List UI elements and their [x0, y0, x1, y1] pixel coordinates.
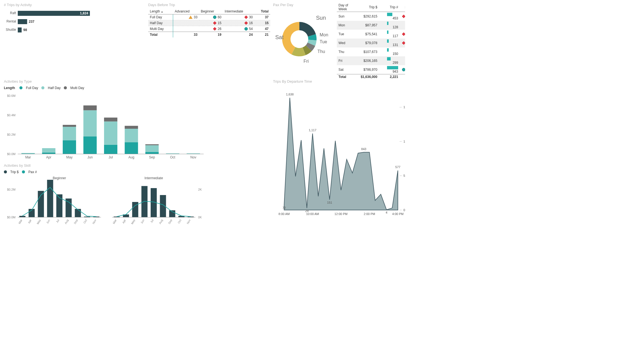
svg-text:1,117: 1,117 [309, 128, 317, 132]
svg-text:2:00 PM: 2:00 PM [364, 212, 375, 216]
svg-rect-23 [42, 153, 55, 154]
svg-text:$0.0M: $0.0M [7, 216, 16, 219]
chart-title: Pax Per Day [273, 3, 334, 7]
svg-text:Rental: Rental [6, 19, 16, 23]
chart-title: Activities by Skill [4, 163, 270, 168]
svg-text:1,000: 1,000 [403, 140, 405, 143]
svg-text:Mar: Mar [112, 219, 117, 224]
svg-rect-45 [145, 144, 159, 145]
svg-rect-48 [166, 153, 179, 154]
trips-by-activity-chart[interactable]: # Trips by Activity Raft1,824Rental237Sh… [4, 3, 143, 79]
svg-rect-82 [19, 216, 26, 217]
svg-text:Jul: Jul [55, 219, 60, 224]
svg-text:Aug: Aug [64, 219, 69, 225]
chart-title: # Trips by Activity [4, 3, 143, 7]
svg-rect-28 [63, 127, 76, 140]
svg-text:$0.6M: $0.6M [7, 94, 16, 97]
svg-rect-44 [145, 145, 159, 152]
svg-text:Oct: Oct [83, 219, 87, 224]
svg-text:Sun: Sun [316, 15, 326, 21]
svg-text:500: 500 [403, 174, 405, 177]
svg-text:Tue: Tue [320, 39, 327, 44]
svg-text:8:00 AM: 8:00 AM [279, 212, 290, 216]
svg-text:1,638: 1,638 [286, 93, 294, 96]
svg-rect-7 [18, 27, 22, 32]
svg-text:Jul: Jul [108, 155, 113, 159]
svg-text:843: 843 [361, 147, 366, 151]
svg-text:29: 29 [305, 209, 309, 213]
svg-rect-33 [84, 105, 97, 110]
svg-text:$0.2M: $0.2M [7, 188, 16, 191]
svg-text:Beginner: Beginner [53, 176, 66, 180]
svg-text:Oct: Oct [177, 219, 182, 224]
svg-text:Intermediate: Intermediate [145, 176, 163, 180]
svg-text:237: 237 [29, 20, 34, 24]
svg-rect-43 [145, 152, 159, 154]
svg-text:Apr: Apr [27, 219, 32, 224]
svg-text:Mar: Mar [18, 219, 23, 224]
svg-text:0: 0 [403, 208, 405, 212]
svg-rect-29 [63, 125, 76, 127]
svg-rect-114 [169, 210, 175, 217]
svg-rect-41 [125, 126, 138, 129]
svg-text:Nov: Nov [186, 219, 191, 225]
svg-text:$0.2M: $0.2M [7, 133, 16, 136]
svg-text:Mar: Mar [25, 155, 31, 159]
svg-text:Sep: Sep [149, 155, 155, 159]
svg-text:12:00 PM: 12:00 PM [334, 212, 347, 216]
svg-rect-94 [75, 209, 81, 217]
svg-text:Jun: Jun [140, 219, 145, 224]
svg-text:151: 151 [327, 201, 332, 204]
svg-rect-31 [84, 136, 97, 154]
svg-text:Sep: Sep [168, 219, 173, 224]
svg-text:4:00 PM: 4:00 PM [392, 212, 404, 216]
svg-rect-36 [104, 122, 117, 145]
svg-text:577: 577 [395, 165, 400, 169]
svg-rect-32 [84, 110, 97, 137]
day-of-week-table[interactable]: Day of WeekTrip $Trip #$ PerSun$292,615 … [337, 3, 405, 79]
svg-rect-52 [187, 153, 200, 154]
activities-by-skill-chart[interactable]: Activities by Skill Trip $Pax # $0.0M$0.… [4, 163, 270, 234]
svg-text:Raft: Raft [10, 11, 16, 15]
svg-text:Mon: Mon [320, 32, 328, 37]
svg-text:0K: 0K [198, 216, 202, 219]
pax-per-day-chart[interactable]: Pax Per Day SunMonTueThuFriSat [273, 3, 334, 79]
svg-rect-20 [21, 153, 35, 154]
svg-text:May: May [130, 219, 136, 225]
svg-text:98: 98 [23, 28, 27, 32]
svg-rect-1 [18, 11, 90, 16]
svg-text:$0.0M: $0.0M [7, 152, 16, 156]
svg-text:Jun: Jun [87, 155, 93, 159]
chart-title: Days Before Trip [148, 3, 270, 7]
svg-text:Thu: Thu [317, 49, 325, 54]
activities-by-type-chart[interactable]: Activities by Type Length Full DayHalf D… [4, 79, 270, 163]
svg-text:Jun: Jun [46, 219, 51, 224]
svg-text:4: 4 [386, 211, 387, 214]
svg-rect-40 [125, 129, 138, 142]
svg-text:Aug: Aug [128, 155, 134, 159]
svg-rect-35 [104, 145, 117, 154]
svg-text:Fri: Fri [304, 59, 309, 64]
svg-text:May: May [66, 155, 73, 159]
svg-rect-39 [125, 142, 138, 154]
svg-text:10:00 AM: 10:00 AM [306, 212, 319, 216]
svg-text:Shuttle: Shuttle [6, 28, 16, 32]
legend: Trip $Pax # [4, 169, 270, 174]
days-before-trip-table[interactable]: Days Before Trip Length ▲AdvancedBeginne… [145, 3, 270, 79]
chart-title: Trips By Departure Time [273, 79, 405, 84]
svg-text:1,500: 1,500 [403, 105, 405, 109]
svg-rect-27 [63, 140, 76, 154]
svg-text:Nov: Nov [190, 155, 196, 159]
svg-text:Oct: Oct [170, 155, 175, 159]
svg-text:Aug: Aug [158, 219, 163, 225]
svg-text:Apr: Apr [122, 219, 127, 224]
svg-text:1,824: 1,824 [80, 11, 88, 15]
svg-text:Nov: Nov [92, 219, 97, 225]
svg-rect-4 [18, 19, 27, 24]
svg-rect-88 [47, 180, 53, 217]
svg-rect-24 [42, 148, 55, 153]
svg-text:$0.4M: $0.4M [7, 113, 16, 117]
svg-rect-37 [104, 118, 117, 122]
trips-by-departure-chart[interactable]: Trips By Departure Time 05001,0001,5008:… [273, 79, 405, 234]
chart-title: Activities by Type [4, 79, 270, 84]
